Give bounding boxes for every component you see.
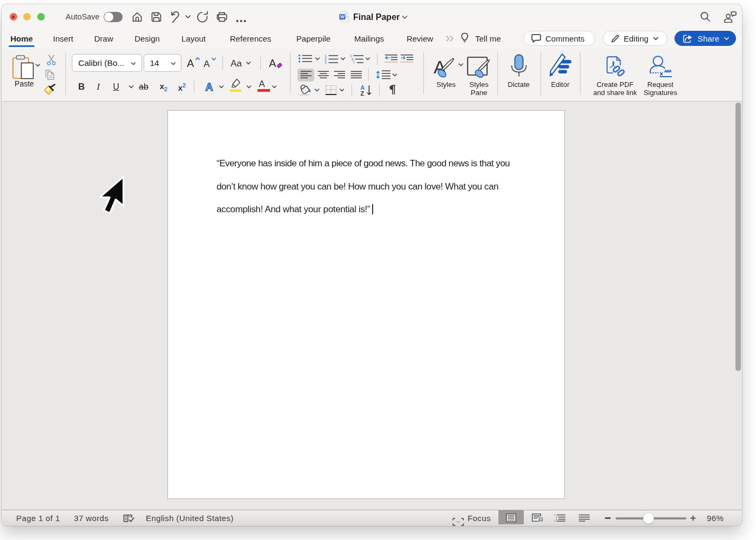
svg-text:i: i [354, 60, 355, 64]
svg-text:A: A [361, 84, 365, 91]
svg-text:W: W [340, 14, 345, 19]
svg-text:3: 3 [325, 60, 327, 64]
svg-text:x: x [660, 70, 664, 77]
svg-text:Z: Z [361, 90, 364, 96]
